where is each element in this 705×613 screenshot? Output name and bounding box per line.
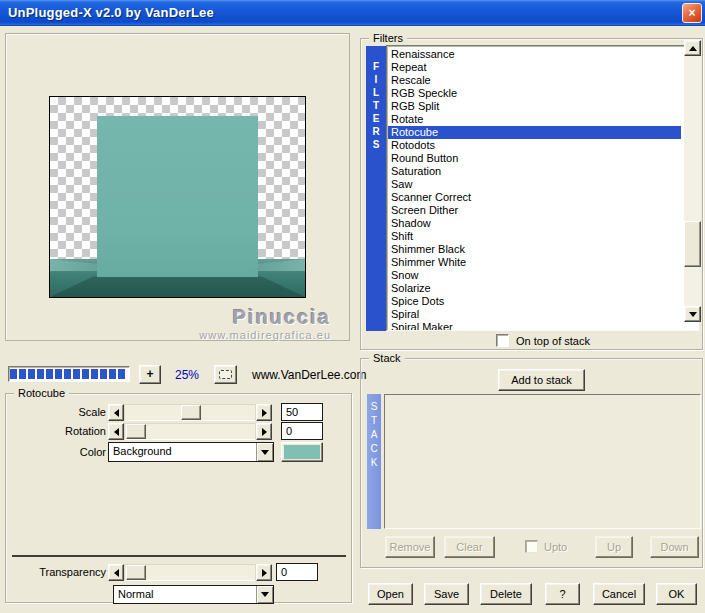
strip-letter: E — [366, 112, 386, 125]
transparency-slider-thumb[interactable] — [126, 565, 146, 580]
rotation-slider-thumb[interactable] — [126, 424, 146, 439]
zoom-plus-button[interactable]: + — [139, 365, 161, 384]
filter-list-item[interactable]: Repeat — [388, 61, 698, 74]
on-top-of-stack-row: On top of stack — [496, 334, 590, 347]
filter-list-item[interactable]: Spiral Maker — [388, 321, 698, 331]
separator-line — [12, 555, 346, 557]
left-arrow-icon — [114, 409, 119, 417]
filter-list-scrollbar[interactable] — [684, 40, 701, 322]
rotation-arrow-right[interactable] — [256, 423, 272, 440]
filter-list-item[interactable]: RGB Split — [388, 100, 698, 113]
filter-list-item[interactable]: Spice Dots — [388, 295, 698, 308]
preview-image[interactable] — [49, 96, 306, 298]
filter-list-item[interactable]: Shimmer Black — [388, 243, 698, 256]
progress-segment — [55, 369, 62, 379]
rotation-slider-track[interactable] — [124, 423, 256, 440]
color-label: Color — [8, 446, 106, 458]
save-button[interactable]: Save — [424, 583, 469, 605]
filter-list-item[interactable]: Shadow — [388, 217, 698, 230]
title-bar[interactable]: UnPlugged-X v2.0 by VanDerLee × — [0, 0, 705, 26]
filter-list-item[interactable]: Screen Dither — [388, 204, 698, 217]
close-button[interactable]: × — [682, 3, 702, 23]
arrow-down-icon — [689, 312, 697, 317]
progress-segment — [64, 369, 71, 379]
filter-list-item[interactable]: Saw — [388, 178, 698, 191]
transparency-value-field[interactable]: 0 — [276, 563, 318, 581]
ok-button[interactable]: OK — [656, 583, 697, 605]
up-button: Up — [595, 536, 633, 558]
progress-segment — [28, 369, 35, 379]
filter-list-item[interactable]: Rotodots — [388, 139, 698, 152]
plugin-dialog: UnPlugged-X v2.0 by VanDerLee × Pinuccia… — [0, 0, 705, 613]
scale-value-field[interactable]: 50 — [281, 403, 323, 421]
filter-list-item[interactable]: RGB Speckle — [388, 87, 698, 100]
strip-letter: C — [367, 442, 381, 456]
color-dropdown[interactable]: Background — [108, 442, 274, 462]
remove-button: Remove — [385, 536, 435, 558]
stack-list[interactable] — [384, 394, 701, 529]
marquee-button[interactable] — [214, 365, 237, 384]
scroll-down-button[interactable] — [684, 306, 701, 322]
upto-row: Upto — [525, 540, 567, 553]
rotation-value-field[interactable]: 0 — [281, 422, 323, 440]
blend-mode-dropdown[interactable]: Normal — [113, 585, 274, 604]
scroll-up-button[interactable] — [684, 40, 701, 56]
scrollbar-thumb[interactable] — [684, 221, 701, 267]
help-button[interactable]: ? — [545, 583, 580, 605]
strip-letter: F — [366, 60, 386, 73]
color-swatch[interactable] — [281, 442, 323, 462]
progress-segment — [91, 369, 98, 379]
scale-arrow-left[interactable] — [108, 404, 124, 421]
dropdown-button[interactable] — [256, 443, 273, 461]
transparency-arrow-right[interactable] — [256, 564, 272, 581]
right-arrow-icon — [262, 569, 267, 577]
window-title: UnPlugged-X v2.0 by VanDerLee — [8, 5, 214, 20]
filter-list-item[interactable]: Shift — [388, 230, 698, 243]
stack-group: Stack Add to stack STACK Remove Clear Up… — [360, 358, 703, 568]
scale-arrow-right[interactable] — [256, 404, 272, 421]
upto-checkbox — [525, 540, 538, 553]
progress-bar — [8, 366, 130, 382]
dropdown-button[interactable] — [256, 586, 273, 603]
filter-list-item[interactable]: Shimmer White — [388, 256, 698, 269]
strip-letter: S — [367, 400, 381, 414]
filters-strip: FILTERS — [366, 46, 386, 331]
rotation-label: Rotation — [8, 425, 106, 437]
transparency-label: Transparency — [8, 566, 106, 578]
strip-letter: L — [366, 86, 386, 99]
strip-letter: T — [366, 99, 386, 112]
filters-group-label: Filters — [369, 32, 407, 44]
add-to-stack-button[interactable]: Add to stack — [498, 369, 585, 391]
filter-list-item[interactable]: Scanner Correct — [388, 191, 698, 204]
scale-slider-track[interactable] — [124, 404, 256, 421]
watermark-url: www.maidiregrafica.eu — [199, 329, 331, 341]
transparency-slider-track[interactable] — [124, 564, 256, 581]
transparency-arrow-left[interactable] — [108, 564, 124, 581]
marquee-icon — [219, 370, 232, 379]
rotation-arrow-left[interactable] — [108, 423, 124, 440]
progress-segment — [118, 369, 125, 379]
filter-list-item[interactable]: Rotate — [388, 113, 698, 126]
scale-slider-thumb[interactable] — [181, 405, 201, 420]
color-swatch-fill — [284, 445, 320, 459]
open-button[interactable]: Open — [368, 583, 413, 605]
strip-letter: A — [367, 428, 381, 442]
filter-list-item[interactable]: Rescale — [388, 74, 698, 87]
cancel-button[interactable]: Cancel — [593, 583, 645, 605]
filter-list-item[interactable]: Saturation — [388, 165, 698, 178]
strip-letter: S — [366, 138, 386, 151]
clear-button: Clear — [444, 536, 495, 558]
filter-list-item[interactable]: Round Button — [388, 152, 698, 165]
filter-list-item[interactable]: Renaissance — [388, 48, 698, 61]
strip-letter: T — [367, 414, 381, 428]
cube-face — [97, 116, 258, 277]
delete-button[interactable]: Delete — [480, 583, 532, 605]
filter-list-item[interactable]: Rotocube — [388, 126, 681, 139]
progress-segment — [46, 369, 53, 379]
filter-list-item[interactable]: Spiral — [388, 308, 698, 321]
filter-list-item[interactable]: Snow — [388, 269, 698, 282]
filter-list-item[interactable]: Solarize — [388, 282, 698, 295]
filter-list: RenaissanceRepeatRescaleRGB SpeckleRGB S… — [386, 45, 699, 331]
on-top-of-stack-checkbox[interactable] — [496, 334, 509, 347]
progress-segment — [73, 369, 80, 379]
